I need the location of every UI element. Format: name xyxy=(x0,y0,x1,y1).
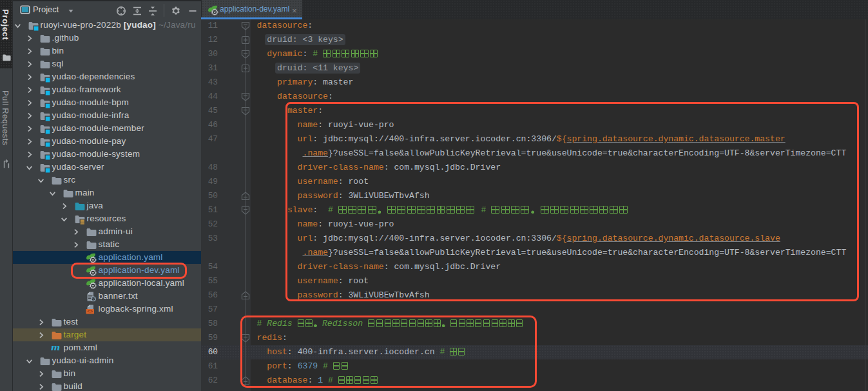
svg-text:<>: <> xyxy=(87,309,92,314)
svg-text:m: m xyxy=(51,343,60,352)
